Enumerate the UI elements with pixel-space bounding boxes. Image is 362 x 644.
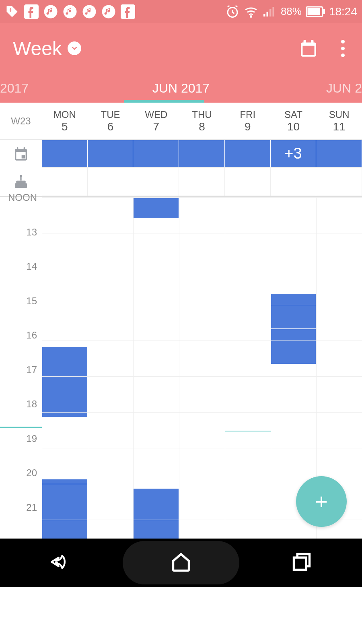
battery-percent: 88% bbox=[281, 5, 302, 18]
allday-empty[interactable] bbox=[179, 168, 225, 196]
facebook-icon bbox=[24, 4, 39, 19]
music-circle-icon bbox=[101, 4, 116, 19]
svg-rect-27 bbox=[16, 181, 25, 184]
month-tabs[interactable]: 2017 JUN 2017 JUN 2 bbox=[0, 74, 362, 103]
today-date-number: 9 bbox=[306, 46, 311, 55]
tab-indicator bbox=[124, 100, 204, 103]
svg-rect-13 bbox=[272, 7, 274, 17]
music-circle-icon bbox=[82, 4, 97, 19]
more-button[interactable] bbox=[335, 40, 351, 57]
month-next[interactable]: JUN 2 bbox=[326, 81, 362, 96]
allday-event-overflow[interactable]: +3 bbox=[271, 140, 316, 167]
grid-col-mon[interactable] bbox=[42, 197, 88, 541]
grid-col-thu[interactable] bbox=[179, 197, 225, 541]
svg-rect-30 bbox=[294, 557, 306, 570]
allday-event[interactable] bbox=[88, 140, 133, 167]
now-indicator bbox=[225, 431, 271, 431]
now-indicator-gutter bbox=[0, 427, 42, 428]
allday-empty[interactable] bbox=[316, 168, 362, 196]
back-button[interactable] bbox=[50, 551, 71, 574]
status-bar: + 88% 18:24 bbox=[0, 0, 362, 23]
event-block[interactable] bbox=[134, 197, 179, 218]
allday-section: +3 bbox=[0, 140, 362, 196]
svg-rect-25 bbox=[22, 155, 25, 158]
recent-apps-button[interactable] bbox=[291, 551, 312, 574]
day-header-thu[interactable]: THU 8 bbox=[179, 103, 225, 139]
allday-empty[interactable] bbox=[133, 168, 179, 196]
android-navbar bbox=[0, 539, 362, 587]
grid-col-tue[interactable] bbox=[88, 197, 134, 541]
week-number: W23 bbox=[0, 103, 42, 139]
battery-icon bbox=[306, 4, 325, 19]
svg-point-9 bbox=[250, 16, 251, 17]
svg-rect-23 bbox=[24, 147, 25, 150]
svg-rect-28 bbox=[20, 177, 21, 181]
chevron-down-icon bbox=[68, 41, 81, 55]
music-circle-icon bbox=[43, 4, 58, 19]
svg-rect-11 bbox=[266, 12, 268, 17]
svg-rect-12 bbox=[269, 9, 272, 17]
allday-empty[interactable] bbox=[42, 168, 88, 196]
day-header-wed[interactable]: WED 7 bbox=[133, 103, 179, 139]
svg-rect-22 bbox=[17, 147, 18, 150]
day-header-sun[interactable]: SUN 11 bbox=[316, 103, 362, 139]
svg-text:+: + bbox=[8, 6, 13, 14]
event-block[interactable] bbox=[271, 328, 316, 364]
facebook-icon bbox=[121, 4, 135, 19]
allday-calendar-icon bbox=[0, 140, 42, 168]
view-switch[interactable]: Week bbox=[13, 37, 81, 60]
plus-icon: + bbox=[315, 489, 328, 514]
svg-rect-15 bbox=[307, 8, 320, 15]
month-prev[interactable]: 2017 bbox=[0, 81, 29, 96]
clock-time: 18:24 bbox=[329, 5, 357, 18]
alarm-icon bbox=[225, 4, 240, 19]
allday-row-events: +3 bbox=[42, 140, 362, 168]
svg-point-29 bbox=[20, 175, 22, 177]
allday-empty[interactable] bbox=[88, 168, 134, 196]
tag-plus-icon: + bbox=[5, 4, 19, 19]
grid-col-fri[interactable] bbox=[225, 197, 271, 541]
day-header-mon[interactable]: MON 5 bbox=[42, 103, 88, 139]
allday-event[interactable] bbox=[225, 140, 270, 167]
svg-rect-18 bbox=[304, 40, 306, 44]
allday-event[interactable] bbox=[133, 140, 179, 167]
signal-icon bbox=[262, 4, 277, 19]
svg-rect-10 bbox=[263, 14, 265, 17]
day-header-sat[interactable]: SAT 10 bbox=[271, 103, 317, 139]
day-header-tue[interactable]: TUE 6 bbox=[88, 103, 134, 139]
home-button[interactable] bbox=[171, 551, 191, 574]
allday-empty[interactable] bbox=[271, 168, 317, 196]
allday-event[interactable] bbox=[316, 140, 362, 167]
grid-col-wed[interactable] bbox=[133, 197, 179, 541]
day-headers: W23 MON 5 TUE 6 WED 7 THU 8 FRI 9 SAT 10… bbox=[0, 103, 362, 140]
music-circle-icon bbox=[63, 4, 77, 19]
today-button[interactable]: 9 bbox=[298, 38, 319, 58]
svg-rect-16 bbox=[323, 9, 325, 14]
svg-rect-19 bbox=[311, 40, 313, 44]
wifi-icon bbox=[244, 4, 258, 19]
svg-rect-26 bbox=[15, 183, 27, 188]
allday-event[interactable] bbox=[42, 140, 87, 167]
month-current[interactable]: JUN 2017 bbox=[152, 81, 210, 96]
day-header-fri[interactable]: FRI 9 bbox=[225, 103, 271, 139]
add-event-fab[interactable]: + bbox=[296, 476, 347, 527]
event-block[interactable] bbox=[134, 488, 179, 541]
time-labels: NOON 13 14 15 16 17 18 19 20 21 bbox=[0, 197, 42, 541]
allday-event[interactable] bbox=[179, 140, 224, 167]
event-block[interactable] bbox=[42, 346, 87, 417]
allday-row-birthdays bbox=[42, 168, 362, 196]
event-block[interactable] bbox=[271, 293, 316, 328]
view-label: Week bbox=[13, 37, 62, 60]
app-header: Week 9 2017 JUN 2017 JUN 2 bbox=[0, 23, 362, 103]
allday-empty[interactable] bbox=[225, 168, 271, 196]
event-block[interactable] bbox=[42, 479, 87, 541]
time-label: 21 bbox=[0, 507, 42, 542]
